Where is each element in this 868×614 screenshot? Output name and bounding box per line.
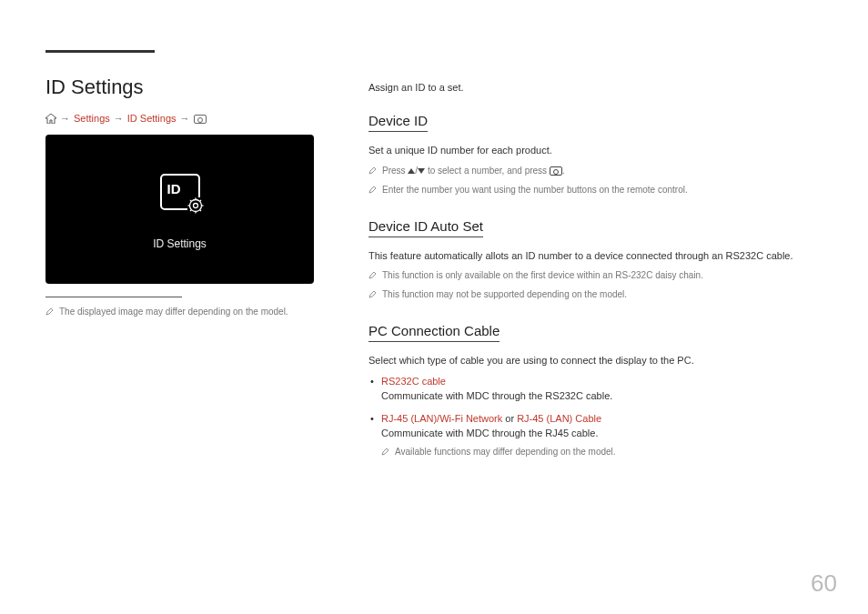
pc-cable-desc: Select which type of cable you are using… xyxy=(368,353,823,368)
gear-icon xyxy=(187,197,204,214)
option-rs232c: RS232C cable xyxy=(381,376,446,387)
device-id-note-1: Press / to select a number, and press . xyxy=(368,164,823,179)
page-number: 60 xyxy=(811,569,837,598)
heading-pc-cable: PC Connection Cable xyxy=(368,323,500,342)
breadcrumb: → Settings → ID Settings → xyxy=(45,112,314,126)
pencil-icon xyxy=(45,306,54,320)
option-rj45-lan: RJ-45 (LAN) Cable xyxy=(517,413,601,424)
enter-icon xyxy=(194,115,207,124)
svg-point-1 xyxy=(193,203,197,207)
down-arrow-icon xyxy=(418,168,425,174)
svg-line-8 xyxy=(199,200,201,202)
note-text: Available functions may differ depending… xyxy=(395,445,616,459)
rj45-note: Available functions may differ depending… xyxy=(381,445,823,460)
note-text-b: to select a number, and press xyxy=(428,166,550,176)
note-text: This function may not be supported depen… xyxy=(382,287,627,302)
id-settings-icon: ID xyxy=(160,174,200,210)
pencil-icon xyxy=(368,165,377,179)
option-rj45-desc: Communicate with MDC through the RJ45 ca… xyxy=(381,428,598,438)
section-pc-cable: PC Connection Cable Select which type of… xyxy=(368,323,823,460)
divider xyxy=(45,297,182,297)
auto-set-note-1: This function is only available on the f… xyxy=(368,268,823,284)
pencil-icon xyxy=(368,269,377,284)
option-rs232c-desc: Communicate with MDC through the RS232C … xyxy=(381,390,612,401)
breadcrumb-item-id-settings: ID Settings xyxy=(127,112,177,126)
heading-auto-set: Device ID Auto Set xyxy=(368,218,483,237)
svg-line-7 xyxy=(199,209,201,211)
svg-line-9 xyxy=(190,209,192,211)
note-text-a: Press xyxy=(382,166,408,176)
option-rj45-wifi: RJ-45 (LAN)/Wi-Fi Network xyxy=(381,413,502,424)
auto-set-note-2: This function may not be supported depen… xyxy=(368,287,823,303)
list-item: RJ-45 (LAN)/Wi-Fi Network or RJ-45 (LAN)… xyxy=(381,411,823,460)
heading-device-id: Device ID xyxy=(368,113,428,132)
pencil-icon xyxy=(381,446,389,460)
arrow-icon: → xyxy=(180,112,190,126)
section-rule xyxy=(45,50,155,53)
pencil-icon xyxy=(368,288,377,303)
screenshot-caption: ID Settings xyxy=(153,237,207,250)
enter-icon xyxy=(550,166,562,176)
up-arrow-icon xyxy=(408,168,415,174)
note-text: Enter the number you want using the numb… xyxy=(382,183,688,197)
page-title: ID Settings xyxy=(45,75,314,99)
note-text: This function is only available on the f… xyxy=(382,268,703,283)
arrow-icon: → xyxy=(60,112,70,126)
svg-line-6 xyxy=(190,200,192,202)
arrow-icon: → xyxy=(114,112,124,126)
section-auto-set: Device ID Auto Set This feature automati… xyxy=(368,218,823,304)
note-text-c: . xyxy=(562,166,565,176)
id-icon-label: ID xyxy=(167,181,181,196)
breadcrumb-item-settings: Settings xyxy=(74,112,110,126)
device-id-note-2: Enter the number you want using the numb… xyxy=(368,183,823,198)
device-id-desc: Set a unique ID number for each product. xyxy=(368,143,823,158)
home-icon xyxy=(45,114,56,124)
intro-text: Assign an ID to a set. xyxy=(368,82,823,93)
option-or: or xyxy=(502,413,517,424)
disclaimer-text: The displayed image may differ depending… xyxy=(59,305,288,319)
menu-screenshot: ID ID Settings xyxy=(45,135,314,284)
pencil-icon xyxy=(368,184,377,198)
disclaimer-note: The displayed image may differ depending… xyxy=(45,305,314,320)
auto-set-desc: This feature automatically allots an ID … xyxy=(368,248,823,264)
section-device-id: Device ID Set a unique ID number for eac… xyxy=(368,113,823,198)
list-item: RS232C cable Communicate with MDC throug… xyxy=(381,374,823,404)
